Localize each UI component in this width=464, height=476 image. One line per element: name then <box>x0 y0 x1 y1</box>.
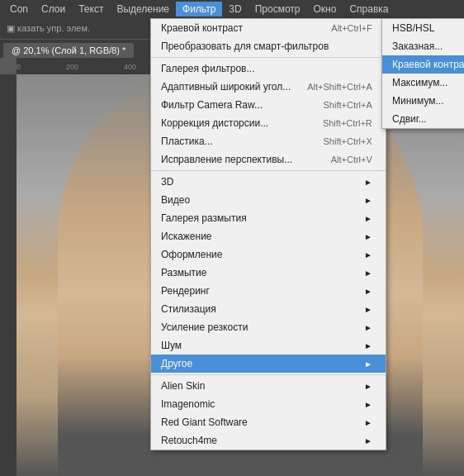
submenu-item-maximum[interactable]: Максимум... <box>382 74 464 92</box>
ruler-mark-200: 200 <box>66 63 78 71</box>
menu-item-red-giant[interactable]: Red Giant Software ► <box>151 413 386 431</box>
menu-item-blur-gallery[interactable]: Галерея размытия ► <box>151 209 386 227</box>
menu-item-plastic[interactable]: Пластика... Shift+Ctrl+X <box>151 132 386 150</box>
filter-menu: Краевой контраст Alt+Ctrl+F Преобразоват… <box>150 18 386 450</box>
submenu-arrow-retouch4me: ► <box>364 436 372 445</box>
menu-3d[interactable]: 3D <box>222 2 248 17</box>
menu-item-perspective[interactable]: Исправление перспективы... Alt+Ctrl+V <box>151 150 386 169</box>
menu-item-sharpen[interactable]: Усиление резкости ► <box>151 318 386 336</box>
menu-bar: Con Слои Текст Выделение Фильтр 3D Просм… <box>0 0 464 18</box>
submenu-arrow-sharpen: ► <box>364 323 372 332</box>
menu-item-3d[interactable]: 3D ► <box>151 173 386 191</box>
menu-layers[interactable]: Слои <box>35 2 72 17</box>
submenu-arrow-alien-skin: ► <box>364 382 372 391</box>
submenu-arrow-blur-gallery: ► <box>364 214 372 223</box>
submenu-arrow-video: ► <box>364 196 372 205</box>
submenu-arrow-stylize: ► <box>364 305 372 314</box>
submenu-arrow-red-giant: ► <box>364 418 372 427</box>
submenu-arrow-blur: ► <box>364 269 372 278</box>
menu-item-render[interactable]: Рендеринг ► <box>151 282 386 300</box>
menu-item-noise[interactable]: Шум ► <box>151 336 386 355</box>
submenu-arrow-imagenomic: ► <box>364 400 372 409</box>
menu-item-blur[interactable]: Размытие ► <box>151 264 386 282</box>
menu-item-distortion[interactable]: Коррекция дисторсии... Shift+Ctrl+R <box>151 114 386 132</box>
menu-item-distort[interactable]: Искажение ► <box>151 227 386 245</box>
toolbar-text: ▣ казать упр. элем. <box>7 23 90 34</box>
menu-item-other[interactable]: Другое ► <box>151 355 386 373</box>
menu-text[interactable]: Текст <box>72 2 110 17</box>
menu-con[interactable]: Con <box>3 2 35 17</box>
ruler-mark-0: 0 <box>17 63 21 71</box>
menu-item-smart-filters[interactable]: Преобразовать для смарт-фильтров <box>151 37 386 55</box>
menu-item-decoration[interactable]: Оформление ► <box>151 245 386 264</box>
submenu-arrow-distort: ► <box>364 232 372 241</box>
submenu-arrow-other: ► <box>364 359 372 369</box>
menu-select[interactable]: Выделение <box>110 2 176 17</box>
separator-3 <box>151 374 386 375</box>
menu-filter[interactable]: Фильтр <box>176 2 222 17</box>
menu-item-imagenomic[interactable]: Imagenomic ► <box>151 395 386 413</box>
menu-item-gallery[interactable]: Галерея фильтров... <box>151 60 386 78</box>
menu-item-camera-raw[interactable]: Фильтр Camera Raw... Shift+Ctrl+A <box>151 96 386 114</box>
tab-document[interactable]: @ 20,1% (Слой 1, RGB/8) * <box>3 43 134 58</box>
menu-item-retouch4me[interactable]: Retouch4me ► <box>151 431 386 450</box>
menu-window[interactable]: Окно <box>306 2 343 17</box>
menu-item-video[interactable]: Видео ► <box>151 191 386 209</box>
submenu-item-kraevoy-kontrast[interactable]: Краевой контраст... <box>382 55 464 74</box>
ruler-left <box>0 74 17 476</box>
submenu-arrow-render: ► <box>364 287 372 296</box>
submenu-item-shift[interactable]: Сдвиг... <box>382 110 464 128</box>
menu-item-kraevoy-kontrast-top[interactable]: Краевой контраст Alt+Ctrl+F <box>151 19 386 37</box>
submenu-arrow-noise: ► <box>364 341 372 350</box>
submenu-arrow-decoration: ► <box>364 250 372 259</box>
submenu-item-minimum[interactable]: Минимум... <box>382 92 464 110</box>
menu-help[interactable]: Справка <box>343 2 395 17</box>
menu-item-stylize[interactable]: Стилизация ► <box>151 300 386 318</box>
separator-1 <box>151 57 386 58</box>
ruler-mark-400: 400 <box>124 63 136 71</box>
menu-view[interactable]: Просмотр <box>249 2 307 17</box>
submenu-item-hsb-hsl[interactable]: HSB/HSL <box>382 19 464 37</box>
menu-item-alien-skin[interactable]: Alien Skin ► <box>151 377 386 395</box>
separator-2 <box>151 170 386 171</box>
submenu-item-custom[interactable]: Заказная... <box>382 37 464 55</box>
submenu-arrow-3d: ► <box>364 178 372 187</box>
menu-item-adaptive-wide[interactable]: Адаптивный широкий угол... Alt+Shift+Ctr… <box>151 78 386 96</box>
submenu-other: HSB/HSL Заказная... Краевой контраст... … <box>381 18 464 129</box>
